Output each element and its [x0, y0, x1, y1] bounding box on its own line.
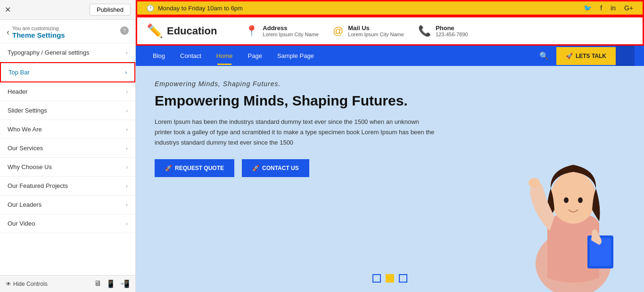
menu-item-who-we-are[interactable]: Who We Are ›	[0, 120, 135, 139]
phone-info: 📞 Phone 123-456-7890	[418, 24, 468, 37]
mobile-icon[interactable]: 📲	[120, 279, 130, 288]
lets-talk-button[interactable]: 🚀 LETS TALK	[556, 47, 616, 65]
topbar-schedule: 🕐 Monday to Friday 10am to 6pm	[147, 5, 243, 12]
mail-title: Mail Us	[348, 24, 404, 32]
search-icon[interactable]: 🔍	[532, 46, 556, 66]
menu-item-typography[interactable]: Typography / General settings ›	[0, 43, 135, 62]
chevron-right-icon: ›	[125, 69, 127, 76]
close-button[interactable]: ✕	[5, 5, 11, 14]
menu-item-label: Slider Settings	[8, 107, 47, 114]
menu-item-label: Our Video	[8, 220, 35, 227]
menu-item-label: Our Leaders	[8, 201, 41, 208]
menu-item-why-choose[interactable]: Why Choose Us ›	[0, 158, 135, 177]
bottom-bar: 👁 Hide Controls 🖥 📱 📲	[0, 275, 135, 292]
nav-links: Blog Contact Home Page Sample Page	[145, 47, 322, 65]
svg-point-4	[578, 197, 583, 203]
svg-point-2	[551, 172, 596, 224]
customizing-section: ‹ You are customizing Theme Settings ?	[0, 20, 135, 43]
chevron-right-icon: ›	[126, 202, 128, 208]
googleplus-icon[interactable]: G+	[624, 4, 633, 12]
contact-us-label: CONTACT US	[262, 165, 299, 171]
phone-icon: 📞	[418, 25, 431, 37]
menu-item-our-leaders[interactable]: Our Leaders ›	[0, 195, 135, 214]
rocket-icon: 🚀	[252, 165, 259, 171]
chevron-right-icon: ›	[126, 220, 128, 227]
address-value: Lorem Ipsum City Name	[263, 32, 319, 37]
chevron-right-icon: ›	[126, 107, 128, 114]
menu-item-label: Top Bar	[8, 69, 30, 76]
menu-list: Typography / General settings › Top Bar …	[0, 43, 135, 275]
customizing-text: You are customizing Theme Settings	[12, 25, 117, 39]
hero-description: Lorem Ipsum has been the industrys stand…	[155, 117, 438, 148]
svg-point-3	[564, 197, 569, 203]
hero-buttons: 🚀 REQUEST QUOTE 🚀 CONTACT US	[155, 159, 438, 177]
hide-controls-label: Hide Controls	[13, 281, 48, 287]
hero-subtitle: Empowering Minds, Shaping Futures.	[155, 80, 438, 88]
menu-item-label: Who We Are	[8, 126, 42, 133]
help-icon[interactable]: ?	[120, 26, 129, 35]
linkedin-icon[interactable]: in	[611, 4, 616, 12]
mail-text: Mail Us Lorem Ipsum City Name	[348, 24, 404, 37]
menu-item-featured-projects[interactable]: Our Featured Projects ›	[0, 177, 135, 195]
customizer-panel: ✕ Published ‹ You are customizing Theme …	[0, 0, 136, 292]
menu-item-topbar[interactable]: Top Bar ›	[0, 62, 135, 82]
menu-item-our-services[interactable]: Our Services ›	[0, 139, 135, 158]
logo-text: Education	[167, 25, 217, 37]
chevron-right-icon: ›	[126, 164, 128, 170]
menu-item-our-video[interactable]: Our Video ›	[0, 214, 135, 233]
address-info: 📍 Address Lorem Ipsum City Name	[245, 24, 319, 37]
nav-contact[interactable]: Contact	[173, 47, 209, 65]
hero-title: Empowering Minds, Shaping Futures.	[155, 92, 438, 109]
mail-info: @ Mail Us Lorem Ipsum City Name	[333, 24, 404, 37]
chevron-right-icon: ›	[126, 89, 128, 95]
mail-value: Lorem Ipsum City Name	[348, 32, 404, 37]
request-quote-label: REQUEST QUOTE	[175, 165, 224, 171]
tablet-icon[interactable]: 📱	[106, 279, 116, 288]
phone-text: Phone 123-456-7890	[436, 24, 468, 37]
device-icons: 🖥 📱 📲	[94, 279, 130, 288]
nav-blog[interactable]: Blog	[145, 47, 173, 65]
site-logo[interactable]: ✏️ Education	[147, 23, 217, 39]
lets-talk-label: LETS TALK	[576, 53, 606, 59]
site-preview: 🕐 Monday to Friday 10am to 6pm 🐦 f in G+…	[136, 0, 644, 292]
phone-title: Phone	[436, 24, 468, 32]
svg-point-5	[528, 178, 540, 187]
panel-topbar: ✕ Published	[0, 0, 135, 20]
contact-us-button[interactable]: 🚀 CONTACT US	[242, 159, 309, 177]
request-quote-button[interactable]: 🚀 REQUEST QUOTE	[155, 159, 234, 177]
menu-item-label: Typography / General settings	[8, 49, 89, 56]
theme-settings-title: Theme Settings	[12, 31, 117, 39]
nav-sample-page[interactable]: Sample Page	[270, 47, 322, 65]
menu-item-label: Header	[8, 88, 28, 95]
mail-icon: @	[333, 25, 343, 37]
nav-page[interactable]: Page	[240, 47, 270, 65]
site-nav: Blog Contact Home Page Sample Page 🔍 🚀 L…	[136, 46, 644, 66]
menu-item-label: Our Featured Projects	[8, 182, 68, 189]
phone-value: 123-456-7890	[436, 32, 468, 37]
published-button[interactable]: Published	[90, 4, 131, 16]
site-header: ✏️ Education 📍 Address Lorem Ipsum City …	[136, 16, 644, 46]
nav-home[interactable]: Home	[209, 47, 240, 65]
desktop-icon[interactable]: 🖥	[94, 279, 101, 288]
logo-icon: ✏️	[147, 23, 163, 39]
hide-controls-button[interactable]: 👁 Hide Controls	[6, 281, 48, 287]
menu-item-header[interactable]: Header ›	[0, 82, 135, 101]
pin-icon: 📍	[245, 25, 258, 37]
chevron-right-icon: ›	[126, 145, 128, 152]
customizing-label: You are customizing	[12, 25, 117, 31]
menu-item-slider[interactable]: Slider Settings ›	[0, 101, 135, 120]
rocket-icon: 🚀	[165, 165, 172, 171]
topbar-social-links: 🐦 f in G+	[584, 4, 633, 12]
back-button[interactable]: ‹	[7, 27, 9, 37]
schedule-text: Monday to Friday 10am to 6pm	[158, 5, 243, 12]
hero-person-image	[521, 132, 625, 292]
menu-item-label: Why Choose Us	[8, 163, 52, 170]
hero-content: Empowering Minds, Shaping Futures. Empow…	[155, 80, 438, 278]
address-title: Address	[263, 24, 319, 32]
facebook-icon[interactable]: f	[600, 4, 602, 12]
address-text: Address Lorem Ipsum City Name	[263, 24, 319, 37]
site-topbar: 🕐 Monday to Friday 10am to 6pm 🐦 f in G+	[136, 0, 644, 16]
twitter-icon[interactable]: 🐦	[584, 4, 592, 12]
chevron-right-icon: ›	[126, 49, 128, 56]
header-info: 📍 Address Lorem Ipsum City Name @ Mail U…	[245, 24, 468, 37]
